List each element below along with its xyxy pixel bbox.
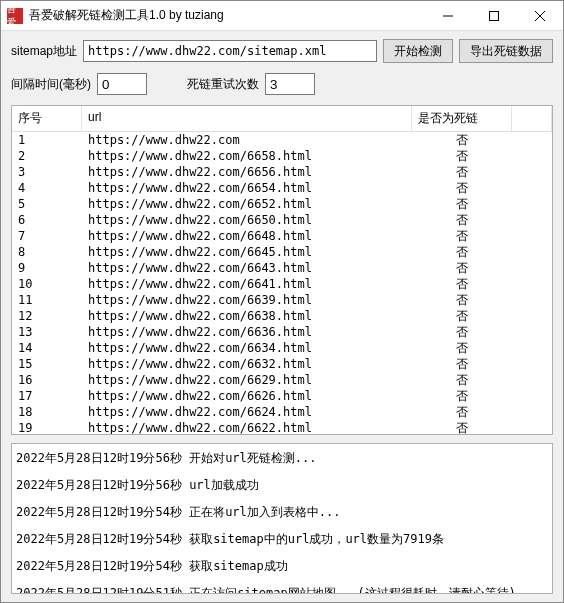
table-row[interactable]: 19https://www.dhw22.com/6622.html否 bbox=[12, 420, 552, 434]
table-row[interactable]: 18https://www.dhw22.com/6624.html否 bbox=[12, 404, 552, 420]
table-row[interactable]: 17https://www.dhw22.com/6626.html否 bbox=[12, 388, 552, 404]
cell-extra bbox=[512, 292, 552, 308]
cell-dead: 否 bbox=[412, 404, 512, 420]
cell-dead: 否 bbox=[412, 292, 512, 308]
cell-dead: 否 bbox=[412, 372, 512, 388]
interval-input[interactable] bbox=[97, 73, 147, 95]
start-button[interactable]: 开始检测 bbox=[383, 39, 453, 63]
app-icon: 吾爱 bbox=[7, 8, 23, 24]
cell-extra bbox=[512, 196, 552, 212]
table-row[interactable]: 2https://www.dhw22.com/6658.html否 bbox=[12, 148, 552, 164]
cell-extra bbox=[512, 420, 552, 434]
table-row[interactable]: 8https://www.dhw22.com/6645.html否 bbox=[12, 244, 552, 260]
interval-label: 间隔时间(毫秒) bbox=[11, 76, 91, 93]
header-url[interactable]: url bbox=[82, 106, 412, 131]
results-table: 序号 url 是否为死链 1https://www.dhw22.com否2htt… bbox=[11, 105, 553, 435]
log-box[interactable]: 2022年5月28日12时19分56秒 开始对url死链检测...2022年5月… bbox=[11, 443, 553, 594]
table-row[interactable]: 10https://www.dhw22.com/6641.html否 bbox=[12, 276, 552, 292]
cell-index: 5 bbox=[12, 196, 82, 212]
close-button[interactable] bbox=[517, 1, 563, 31]
log-line: 2022年5月28日12时19分54秒 正在将url加入到表格中... bbox=[16, 504, 548, 521]
cell-index: 4 bbox=[12, 180, 82, 196]
svg-rect-1 bbox=[490, 11, 499, 20]
table-row[interactable]: 14https://www.dhw22.com/6634.html否 bbox=[12, 340, 552, 356]
cell-dead: 否 bbox=[412, 340, 512, 356]
cell-extra bbox=[512, 148, 552, 164]
cell-url: https://www.dhw22.com/6658.html bbox=[82, 148, 412, 164]
cell-index: 13 bbox=[12, 324, 82, 340]
header-dead[interactable]: 是否为死链 bbox=[412, 106, 512, 131]
header-extra[interactable] bbox=[512, 106, 552, 131]
cell-index: 1 bbox=[12, 132, 82, 148]
cell-extra bbox=[512, 404, 552, 420]
cell-dead: 否 bbox=[412, 196, 512, 212]
window-title: 吾爱破解死链检测工具1.0 by tuziang bbox=[29, 7, 425, 24]
cell-index: 18 bbox=[12, 404, 82, 420]
minimize-button[interactable] bbox=[425, 1, 471, 31]
cell-index: 14 bbox=[12, 340, 82, 356]
cell-url: https://www.dhw22.com/6626.html bbox=[82, 388, 412, 404]
cell-index: 12 bbox=[12, 308, 82, 324]
table-row[interactable]: 7https://www.dhw22.com/6648.html否 bbox=[12, 228, 552, 244]
table-row[interactable]: 4https://www.dhw22.com/6654.html否 bbox=[12, 180, 552, 196]
table-row[interactable]: 16https://www.dhw22.com/6629.html否 bbox=[12, 372, 552, 388]
cell-dead: 否 bbox=[412, 244, 512, 260]
cell-dead: 否 bbox=[412, 212, 512, 228]
cell-dead: 否 bbox=[412, 228, 512, 244]
table-row[interactable]: 15https://www.dhw22.com/6632.html否 bbox=[12, 356, 552, 372]
table-row[interactable]: 13https://www.dhw22.com/6636.html否 bbox=[12, 324, 552, 340]
cell-extra bbox=[512, 340, 552, 356]
log-line: 2022年5月28日12时19分54秒 获取sitemap中的url成功，url… bbox=[16, 531, 548, 548]
table-row[interactable]: 5https://www.dhw22.com/6652.html否 bbox=[12, 196, 552, 212]
cell-url: https://www.dhw22.com bbox=[82, 132, 412, 148]
header-index[interactable]: 序号 bbox=[12, 106, 82, 131]
retry-input[interactable] bbox=[265, 73, 315, 95]
cell-url: https://www.dhw22.com/6656.html bbox=[82, 164, 412, 180]
close-icon bbox=[535, 11, 545, 21]
table-row[interactable]: 6https://www.dhw22.com/6650.html否 bbox=[12, 212, 552, 228]
cell-url: https://www.dhw22.com/6654.html bbox=[82, 180, 412, 196]
maximize-button[interactable] bbox=[471, 1, 517, 31]
maximize-icon bbox=[489, 11, 499, 21]
cell-index: 17 bbox=[12, 388, 82, 404]
cell-url: https://www.dhw22.com/6622.html bbox=[82, 420, 412, 434]
cell-url: https://www.dhw22.com/6634.html bbox=[82, 340, 412, 356]
cell-extra bbox=[512, 180, 552, 196]
settings-row: 间隔时间(毫秒) 死链重试次数 bbox=[11, 73, 553, 95]
table-header: 序号 url 是否为死链 bbox=[12, 106, 552, 132]
cell-index: 3 bbox=[12, 164, 82, 180]
cell-index: 8 bbox=[12, 244, 82, 260]
sitemap-row: sitemap地址 开始检测 导出死链数据 bbox=[11, 39, 553, 63]
table-row[interactable]: 12https://www.dhw22.com/6638.html否 bbox=[12, 308, 552, 324]
cell-extra bbox=[512, 244, 552, 260]
table-body[interactable]: 1https://www.dhw22.com否2https://www.dhw2… bbox=[12, 132, 552, 434]
cell-dead: 否 bbox=[412, 276, 512, 292]
log-line: 2022年5月28日12时19分56秒 url加载成功 bbox=[16, 477, 548, 494]
content-area: sitemap地址 开始检测 导出死链数据 间隔时间(毫秒) 死链重试次数 序号… bbox=[1, 31, 563, 602]
cell-index: 2 bbox=[12, 148, 82, 164]
table-row[interactable]: 9https://www.dhw22.com/6643.html否 bbox=[12, 260, 552, 276]
sitemap-input[interactable] bbox=[83, 40, 377, 62]
export-button[interactable]: 导出死链数据 bbox=[459, 39, 553, 63]
titlebar: 吾爱 吾爱破解死链检测工具1.0 by tuziang bbox=[1, 1, 563, 31]
table-row[interactable]: 11https://www.dhw22.com/6639.html否 bbox=[12, 292, 552, 308]
cell-url: https://www.dhw22.com/6638.html bbox=[82, 308, 412, 324]
cell-dead: 否 bbox=[412, 356, 512, 372]
cell-url: https://www.dhw22.com/6641.html bbox=[82, 276, 412, 292]
cell-dead: 否 bbox=[412, 164, 512, 180]
cell-index: 7 bbox=[12, 228, 82, 244]
table-row[interactable]: 1https://www.dhw22.com否 bbox=[12, 132, 552, 148]
table-row[interactable]: 3https://www.dhw22.com/6656.html否 bbox=[12, 164, 552, 180]
cell-dead: 否 bbox=[412, 324, 512, 340]
cell-dead: 否 bbox=[412, 388, 512, 404]
cell-url: https://www.dhw22.com/6632.html bbox=[82, 356, 412, 372]
cell-index: 9 bbox=[12, 260, 82, 276]
cell-extra bbox=[512, 164, 552, 180]
cell-dead: 否 bbox=[412, 148, 512, 164]
cell-index: 6 bbox=[12, 212, 82, 228]
cell-index: 16 bbox=[12, 372, 82, 388]
cell-index: 10 bbox=[12, 276, 82, 292]
log-line: 2022年5月28日12时19分54秒 获取sitemap成功 bbox=[16, 558, 548, 575]
cell-index: 11 bbox=[12, 292, 82, 308]
cell-index: 19 bbox=[12, 420, 82, 434]
